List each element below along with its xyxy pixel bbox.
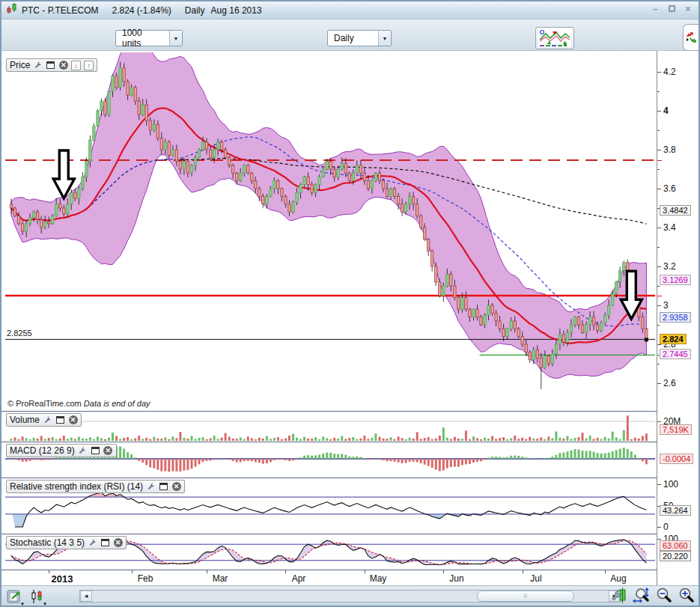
axis-tick [657, 169, 660, 170]
volume-panel-title: Volume [10, 415, 40, 425]
time-axis-label: Mar [213, 573, 228, 584]
wrench-candle-icon [611, 588, 627, 604]
time-axis-label: Aug [610, 573, 626, 584]
time-axis-tick [285, 570, 286, 573]
rsi-settings-wrench-icon[interactable] [146, 482, 156, 492]
axis-tick-label: 100 [663, 479, 678, 489]
axis-tick [657, 364, 660, 364]
period-dropdown[interactable]: Daily ▼ [327, 30, 392, 46]
stoch-detach-frame-icon[interactable] [100, 538, 110, 548]
rsi-badge: 43.264 [660, 505, 691, 516]
axis-tick [657, 266, 661, 267]
price-panel-title: Price [10, 60, 30, 70]
price-axis-badge: 3.4842 [660, 205, 691, 216]
main-toolbar: 1000 units ▼ Daily ▼ [1, 19, 699, 51]
export-chart-button[interactable]: ▼ [6, 588, 24, 605]
axis-tick [657, 111, 661, 112]
macd-close-icon[interactable]: ✕ [103, 446, 113, 456]
axis-tick [657, 228, 661, 228]
axis-tick [657, 296, 662, 296]
price-axis-badge: 2.7445 [660, 349, 691, 359]
time-axis[interactable]: 2013FebMarAprMayJunJulAug [1, 570, 657, 585]
stoch-settings-wrench-icon[interactable] [88, 538, 97, 548]
axis-tick [657, 160, 662, 161]
price-axis-column[interactable]: 2.62.833.23.43.63.844.23.48423.12692.935… [657, 51, 699, 585]
axis-tick-label: 3.2 [663, 261, 676, 272]
price-panel-header: Price ✕ ↓ ↑ [6, 58, 97, 72]
chart-settings-button[interactable] [610, 588, 628, 604]
collapsed-panel-tab[interactable] [683, 24, 699, 51]
zoom-pan-icon [633, 588, 651, 604]
bottom-toolbar: ▼ ▼ ◄ ≡ ► [1, 585, 699, 607]
time-axis-tick [523, 570, 523, 573]
price-chart-canvas[interactable] [5, 52, 655, 398]
close-button[interactable]: × [682, 4, 694, 16]
horizontal-scrollbar[interactable]: ◄ ≡ ► [79, 590, 621, 603]
price-detach-frame-icon[interactable] [46, 61, 55, 70]
maximize-button[interactable] [666, 4, 678, 16]
volume-close-icon[interactable]: ✕ [68, 415, 78, 425]
title-bar[interactable]: PTC - P.TELECOM 2.824 (-1.84%) Daily Aug… [1, 1, 699, 19]
time-axis-label: 2013 [52, 573, 73, 585]
zoom-pan-button[interactable] [633, 588, 651, 604]
price-move-up-icon[interactable]: ↑ [84, 61, 94, 70]
axis-tick [657, 527, 661, 528]
zoom-in-icon [678, 588, 695, 604]
candlestick-logo-icon [7, 3, 17, 17]
scrollbar-thumb[interactable]: ≡ [477, 591, 574, 602]
axis-tick [657, 150, 661, 150]
volume-badge: 7,519K [660, 424, 692, 435]
minimize-button[interactable]: – [649, 4, 661, 16]
volume-chart-canvas[interactable] [5, 412, 655, 442]
axis-tick-label: 2.6 [663, 378, 676, 388]
macd-badge: -0.0004 [660, 454, 693, 464]
display-mode-button[interactable]: ▼ [28, 588, 46, 605]
volume-settings-wrench-icon[interactable] [43, 415, 52, 425]
axis-tick [657, 421, 661, 422]
stoch-badge: 63.060 [660, 540, 691, 551]
volume-detach-frame-icon[interactable] [55, 415, 65, 425]
price-settings-wrench-icon[interactable] [33, 61, 43, 70]
price-close-icon[interactable]: ✕ [58, 61, 68, 70]
rsi-panel-title: Relative strength index (RSI) (14) [10, 481, 143, 492]
last-quote: 2.824 (-1.84%) [112, 5, 171, 16]
chart-style-icon [538, 29, 571, 47]
units-dropdown-value: 1000 units [116, 28, 169, 49]
stoch-close-icon[interactable]: ✕ [113, 538, 123, 548]
time-axis-label: Feb [138, 573, 153, 584]
axis-tick-label: 3.8 [663, 144, 676, 155]
stoch-panel-header: Stochastic (14 3 5) ✕ [6, 536, 127, 549]
macd-settings-wrench-icon[interactable] [78, 446, 88, 456]
axis-tick [657, 539, 661, 540]
rsi-detach-frame-icon[interactable] [159, 482, 168, 492]
axis-tick-label: 3.4 [663, 222, 676, 233]
units-dropdown-caret-icon[interactable]: ▼ [169, 31, 182, 46]
copyright-note: © ProRealTime.com Data is end of day [5, 399, 655, 411]
time-axis-label: Jul [530, 573, 541, 584]
scroll-left-button[interactable]: ◄ [80, 591, 92, 602]
stoch-badge: 20.220 [660, 551, 691, 561]
price-axis-badge: 2.824 [660, 334, 687, 344]
price-hline-label: 2.8255 [7, 329, 32, 338]
axis-tick [657, 130, 660, 131]
period-dropdown-value: Daily [328, 33, 378, 43]
period-dropdown-caret-icon[interactable]: ▼ [378, 31, 391, 46]
rsi-close-icon[interactable]: ✕ [171, 482, 181, 492]
macd-detach-frame-icon[interactable] [91, 446, 100, 456]
zoom-out-button[interactable] [655, 588, 673, 604]
time-axis-tick [605, 570, 606, 573]
units-dropdown[interactable]: 1000 units ▼ [115, 30, 183, 46]
zoom-out-icon [656, 588, 672, 604]
symbol-title: PTC - P.TELECOM [22, 5, 98, 16]
stoch-panel-title: Stochastic (14 3 5) [10, 537, 85, 548]
price-move-down-icon[interactable]: ↓ [71, 61, 81, 70]
chart-style-button[interactable] [535, 27, 574, 49]
time-axis-tick [207, 570, 207, 573]
zoom-in-button[interactable] [678, 588, 696, 604]
orders-arrows-icon [686, 29, 697, 46]
axis-tick [657, 305, 661, 306]
axis-tick [657, 484, 661, 485]
axis-tick [657, 247, 660, 248]
axis-tick-label: 3.6 [663, 183, 676, 194]
price-axis-badge: 3.1269 [660, 275, 691, 285]
